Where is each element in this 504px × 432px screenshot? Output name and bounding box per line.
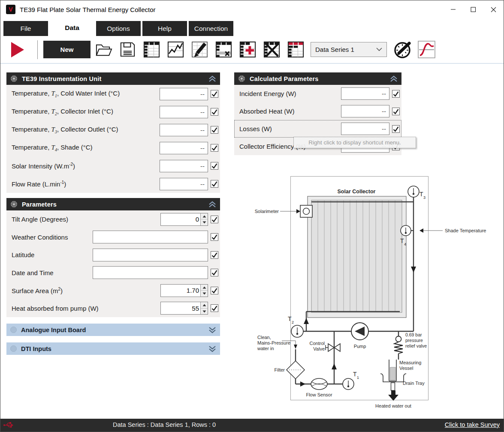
window-controls: [443, 0, 504, 18]
tilt-angle-checkbox[interactable]: [211, 216, 218, 223]
add-row-button[interactable]: [238, 40, 257, 59]
field-row-absorbed-heat: Absorbed Heat (W) --: [234, 102, 401, 120]
spinner-buttons[interactable]: [200, 213, 208, 225]
spin-up-button[interactable]: [201, 213, 208, 220]
t1-checkbox[interactable]: [211, 90, 218, 98]
analogue-input-board-header[interactable]: Analogue Input Board: [6, 324, 220, 336]
graph-button[interactable]: [166, 40, 185, 59]
water-inlet-label: Clean,: [257, 335, 271, 340]
expand-section-button[interactable]: [208, 327, 216, 333]
t3-thermometer: [408, 186, 419, 197]
spinner-buttons[interactable]: [200, 302, 208, 314]
edit-table-button[interactable]: [190, 40, 209, 59]
spin-down-button[interactable]: [201, 291, 208, 297]
dti-inputs-header[interactable]: DTI Inputs: [6, 342, 220, 355]
save-button[interactable]: [118, 40, 137, 59]
maximize-button[interactable]: [463, 0, 483, 18]
pump-heat-input[interactable]: 55: [160, 302, 208, 315]
tab-file[interactable]: File: [3, 21, 48, 36]
instrumentation-section-header[interactable]: TE39 Instrumentation Unit: [6, 72, 220, 85]
spin-down-button[interactable]: [201, 309, 208, 315]
flow-rate-checkbox[interactable]: [211, 180, 218, 188]
menu-tab-bar: File Data Options Help Connection: [0, 18, 504, 36]
survey-link[interactable]: Click to take Survey: [445, 421, 500, 428]
field-label: Surface Area (m2): [12, 287, 63, 294]
spin-down-icon: [202, 221, 206, 224]
t2-value-input[interactable]: --: [160, 106, 208, 118]
absorbed-heat-checkbox[interactable]: [392, 108, 400, 115]
delete-row-button[interactable]: [214, 40, 233, 59]
collapse-section-button[interactable]: [208, 75, 216, 82]
parameters-section-header[interactable]: Parameters: [6, 198, 220, 210]
expand-section-button[interactable]: [208, 345, 216, 352]
run-button[interactable]: [8, 40, 27, 59]
weather-conditions-input[interactable]: [93, 231, 208, 243]
solar-intensity-checkbox[interactable]: [211, 162, 218, 170]
section-wheel-icon: [10, 327, 17, 333]
losses-input[interactable]: --: [341, 123, 389, 135]
field-row-surface-area: Surface Area (m2) 1.70: [6, 282, 220, 300]
tilt-angle-input[interactable]: 0: [160, 213, 208, 226]
tab-help[interactable]: Help: [142, 21, 187, 36]
spin-up-button[interactable]: [201, 302, 208, 309]
status-text: Data Series : Data Series 1, Rows : 0: [113, 421, 216, 428]
check-icon: [211, 144, 218, 151]
minimize-button[interactable]: [443, 0, 463, 18]
calibration-curve-button[interactable]: [417, 40, 436, 59]
absorbed-heat-input[interactable]: --: [341, 105, 389, 117]
delete-table-button[interactable]: [263, 40, 281, 59]
collapse-section-button[interactable]: [208, 201, 216, 208]
t2-checkbox[interactable]: [211, 108, 218, 116]
tab-options[interactable]: Options: [96, 21, 141, 36]
red-header-table-icon: [287, 40, 305, 59]
svg-text:2: 2: [292, 320, 294, 324]
spinner-buttons[interactable]: [200, 285, 208, 297]
date-time-checkbox[interactable]: [211, 269, 218, 276]
add-row-icon: [238, 40, 257, 59]
t1-value-input[interactable]: --: [160, 88, 208, 100]
losses-checkbox[interactable]: [392, 125, 400, 133]
status-bar: Data Series : Data Series 1, Rows : 0 Cl…: [0, 419, 504, 432]
section-title: Parameters: [22, 201, 57, 208]
field-label: Losses (W): [239, 125, 272, 132]
incident-energy-checkbox[interactable]: [392, 90, 400, 98]
chevron-double-down-icon: [208, 327, 216, 333]
line-graph-icon: [166, 40, 185, 59]
open-file-button[interactable]: [94, 40, 113, 59]
field-row-solar-intensity: Solar Intensity (W.m-2) --: [6, 157, 220, 175]
surface-area-checkbox[interactable]: [211, 287, 218, 294]
gauge-setup-button[interactable]: [393, 40, 413, 60]
data-table-button[interactable]: [142, 40, 161, 59]
spin-down-button[interactable]: [201, 219, 208, 225]
t3-value-input[interactable]: --: [160, 124, 208, 136]
spin-up-button[interactable]: [201, 285, 208, 291]
tab-connection[interactable]: Connection: [189, 21, 233, 36]
calculated-section-header[interactable]: Calculated Parameters: [234, 72, 401, 85]
surface-area-input[interactable]: 1.70: [160, 284, 208, 297]
new-button[interactable]: New: [43, 41, 91, 58]
collapse-section-button[interactable]: [390, 75, 398, 82]
t4-checkbox[interactable]: [211, 144, 218, 152]
filter-label: Filter: [275, 367, 285, 372]
date-time-input[interactable]: [93, 266, 208, 279]
tab-data[interactable]: Data: [50, 19, 94, 36]
new-data-series-table-button[interactable]: [287, 40, 305, 59]
tooltip: Right click to display shortcut menu.: [293, 137, 416, 148]
window-title: TE39 Flat Plate Solar Thermal Energy Col…: [20, 6, 156, 13]
incident-energy-input[interactable]: --: [341, 87, 389, 100]
close-button[interactable]: [483, 0, 504, 18]
t4-value-input[interactable]: --: [160, 142, 208, 154]
solar-intensity-input[interactable]: --: [160, 160, 208, 172]
latitude-checkbox[interactable]: [211, 251, 218, 259]
section-wheel-icon: [10, 345, 17, 352]
t3-checkbox[interactable]: [211, 126, 218, 134]
check-icon: [211, 216, 218, 223]
weather-conditions-checkbox[interactable]: [211, 233, 218, 241]
data-series-select[interactable]: Data Series 1: [311, 42, 387, 57]
field-label: Solar Intensity (W.m-2): [12, 162, 75, 170]
latitude-input[interactable]: [93, 249, 208, 261]
flow-rate-input[interactable]: --: [160, 178, 208, 190]
relief-valve-symbol: [396, 336, 401, 342]
pump-heat-checkbox[interactable]: [211, 304, 218, 312]
chevron-down-icon: [376, 48, 382, 51]
